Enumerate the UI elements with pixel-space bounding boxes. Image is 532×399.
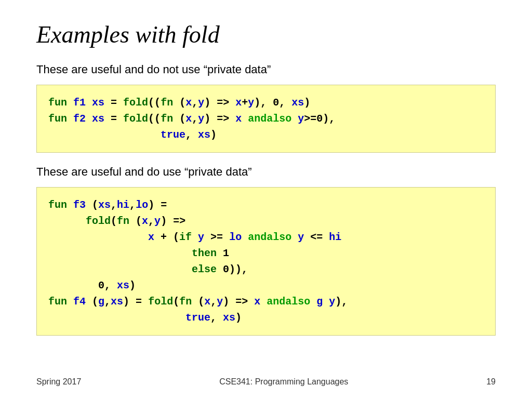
- kw-fun1: fun: [48, 97, 67, 109]
- footer-left: Spring 2017: [36, 377, 81, 387]
- code-line-f3-6: 0, xs): [48, 277, 484, 294]
- section2-description: These are useful and do use “private dat…: [36, 165, 496, 179]
- slide-title: Examples with fold: [36, 21, 496, 48]
- code-line-f3-1: fun f3 (xs,hi,lo) =: [48, 197, 484, 213]
- kw-fun2: fun: [48, 113, 67, 125]
- code-line-f3-5: else 0)),: [48, 261, 484, 277]
- code-line-1: fun f1 xs = fold((fn (x,y) => x+y), 0, x…: [48, 95, 484, 111]
- footer-center: CSE341: Programming Languages: [219, 377, 348, 387]
- code-line-2: fun f2 xs = fold((fn (x,y) => x andalso …: [48, 111, 484, 127]
- fn-f2: f2: [73, 113, 86, 125]
- fold1: fold: [123, 97, 148, 109]
- code-line-f4-2: true, xs): [48, 310, 484, 326]
- code-line-3: true, xs): [48, 127, 484, 143]
- footer: Spring 2017 CSE341: Programming Language…: [36, 377, 496, 387]
- code-line-f3-3: x + (if y >= lo andalso y <= hi: [48, 229, 484, 245]
- fn-f1: f1: [73, 97, 86, 109]
- code-line-f3-4: then 1: [48, 245, 484, 261]
- section1-description: These are useful and do not use “private…: [36, 63, 496, 76]
- code-line-f4-1: fun f4 (g,xs) = fold(fn (x,y) => x andal…: [48, 294, 484, 310]
- code-block-2: fun f3 (xs,hi,lo) = fold(fn (x,y) => x +…: [36, 187, 496, 336]
- footer-right: 19: [486, 377, 496, 387]
- code-line-f3-2: fold(fn (x,y) =>: [48, 213, 484, 229]
- code-block-1: fun f1 xs = fold((fn (x,y) => x+y), 0, x…: [36, 85, 496, 153]
- slide: Examples with fold These are useful and …: [0, 0, 532, 399]
